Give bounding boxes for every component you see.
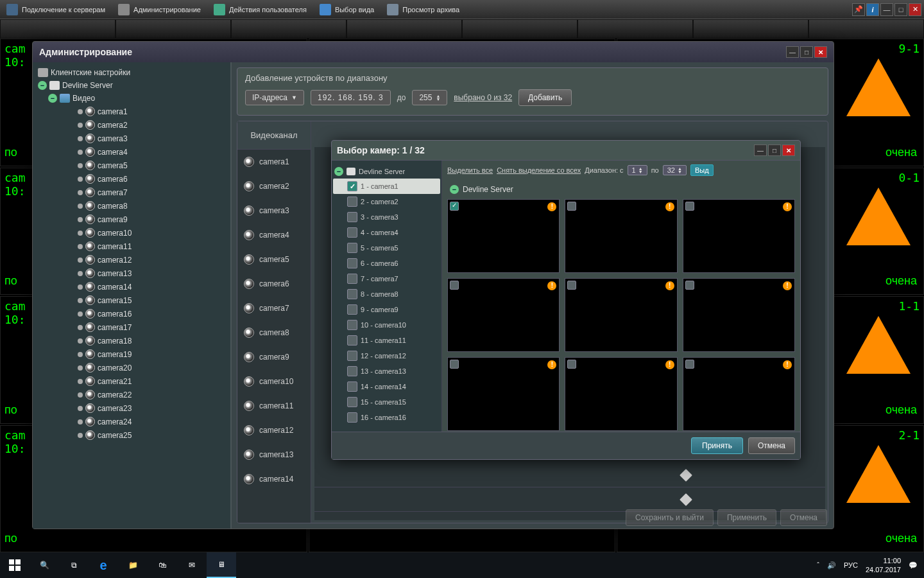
toolbar-connect[interactable]: Подключение к серверам [0,1,112,18]
mail-button[interactable]: ✉ [177,552,207,578]
toolbar-admin[interactable]: Администрирование [112,1,207,18]
range-from-combo[interactable]: 1▲▼ [628,165,647,175]
channel-item[interactable]: camera12 [237,418,311,442]
tree-camera-item[interactable]: camera10 [35,226,228,240]
dialog-titlebar[interactable]: Выбор камер: 1 / 32 — □ ✕ [332,141,800,160]
checkbox[interactable] [347,366,357,376]
collapse-icon[interactable]: − [38,81,47,90]
dialog-camera-item[interactable]: 15 - camera15 [333,394,440,410]
range-to-combo[interactable]: 32▲▼ [663,165,687,175]
thumbnail-checkbox[interactable] [450,281,459,290]
checkbox[interactable] [347,320,357,330]
highlight-button[interactable]: Выд [690,164,714,176]
channel-item[interactable]: camera2 [237,174,311,198]
dialog-maximize[interactable]: □ [768,144,781,156]
dialog-camera-item[interactable]: 11 - camera11 [333,333,440,348]
dialog-camera-item[interactable]: 16 - camera16 [333,410,440,425]
maximize-button[interactable]: □ [894,3,907,16]
dialog-camera-item[interactable]: 1 - camera1 [333,179,440,194]
dialog-close[interactable]: ✕ [782,144,795,156]
tree-camera-item[interactable]: camera21 [35,374,228,388]
checkbox[interactable] [347,289,357,299]
range-add-button[interactable]: Добавить [518,89,572,106]
channel-item[interactable]: camera6 [237,272,311,296]
channel-item[interactable]: camera9 [237,345,311,369]
admin-titlebar[interactable]: Администрирование — □ ✕ [33,42,834,62]
tree-camera-item[interactable]: camera15 [35,293,228,307]
thumbnail-checkbox[interactable] [567,360,576,369]
minimize-button[interactable]: — [880,3,893,16]
camera-thumbnail[interactable]: ! [683,357,795,431]
close-button[interactable]: ✕ [909,3,921,16]
camera-thumbnail[interactable]: ! [683,278,795,352]
tree-camera-item[interactable]: camera11 [35,240,228,253]
save-exit-button[interactable]: Сохранить и выйти [626,509,714,526]
thumbnail-checkbox[interactable] [567,202,576,211]
tree-camera-item[interactable]: camera7 [35,186,228,199]
dialog-camera-item[interactable]: 8 - camera8 [333,286,440,302]
dialog-camera-item[interactable]: 13 - camera13 [333,363,440,379]
toolbar-view[interactable]: Выбор вида [313,1,381,18]
channel-item[interactable]: camera13 [237,442,311,467]
tree-camera-item[interactable]: camera8 [35,199,228,213]
edge-button[interactable]: e [89,552,118,578]
tray-clock[interactable]: 11:00 24.07.2017 [866,556,901,574]
checkbox[interactable] [347,181,357,191]
tree-camera-item[interactable]: camera12 [35,253,228,267]
apply-button[interactable]: Применить [717,509,776,526]
tree-camera-item[interactable]: camera5 [35,159,228,172]
tree-server[interactable]: −Devline Server [35,79,228,92]
cancel-button[interactable]: Отмена [780,509,827,526]
dialog-camera-item[interactable]: 10 - camera10 [333,317,440,333]
dialog-camera-item[interactable]: 6 - camera6 [333,256,440,271]
dialog-group-header[interactable]: − Devline Server [447,182,795,197]
channel-item[interactable]: camera10 [237,369,311,394]
checkbox[interactable] [347,412,357,423]
tree-camera-item[interactable]: camera17 [35,320,228,334]
camera-thumbnail[interactable]: ! [565,199,677,273]
channel-item[interactable]: camera3 [237,198,311,223]
tree-camera-item[interactable]: camera19 [35,347,228,361]
dialog-camera-item[interactable]: 7 - camera7 [333,271,440,286]
tree-camera-item[interactable]: camera16 [35,307,228,320]
range-selected-link[interactable]: выбрано 0 из 32 [454,93,512,102]
dialog-camera-item[interactable]: 3 - camera3 [333,209,440,225]
collapse-icon[interactable]: − [450,185,459,194]
admin-minimize[interactable]: — [786,46,799,58]
pin-button[interactable]: 📌 [852,3,865,16]
camera-thumbnail[interactable]: ! [447,357,560,431]
tree-camera-item[interactable]: camera24 [35,415,228,428]
thumbnail-checkbox[interactable] [567,281,576,290]
tree-camera-item[interactable]: camera13 [35,267,228,280]
channel-item[interactable]: camera5 [237,247,311,272]
channels-list[interactable]: Видеоканал camera1camera2camera3camera4c… [237,121,311,523]
checkbox[interactable] [347,197,357,207]
admin-tree[interactable]: Клиентские настройки −Devline Server −Ви… [33,62,232,529]
dialog-tree[interactable]: − Devline Server 1 - camera12 - camera23… [332,161,442,432]
thumbnail-checkbox[interactable] [685,202,694,211]
app-taskbar-button[interactable]: 🖥 [207,552,236,578]
collapse-icon[interactable]: − [48,94,57,103]
tree-client-settings[interactable]: Клиентские настройки [35,66,228,79]
taskview-button[interactable]: ⧉ [59,552,89,578]
channel-item[interactable]: camera8 [237,320,311,345]
channel-item[interactable]: camera14 [237,467,311,491]
tree-video[interactable]: −Видео [35,92,228,105]
tree-camera-item[interactable]: camera14 [35,280,228,293]
search-button[interactable]: 🔍 [30,552,59,578]
tree-camera-item[interactable]: camera3 [35,132,228,145]
explorer-button[interactable]: 📁 [118,552,148,578]
camera-thumbnail[interactable]: ! [565,278,677,352]
tree-camera-item[interactable]: camera1 [35,105,228,118]
dialog-cancel-button[interactable]: Отмена [748,437,795,454]
dialog-camera-item[interactable]: 9 - camera9 [333,302,440,317]
checkbox[interactable] [347,304,357,315]
range-to-field[interactable]: 255▲▼ [412,90,447,105]
tree-camera-item[interactable]: camera4 [35,145,228,159]
thumbnail-checkbox[interactable] [450,360,459,369]
camera-thumbnail[interactable]: ! [683,199,795,273]
range-mode-combo[interactable]: IP-адреса▼ [245,90,304,105]
tray-notifications-icon[interactable]: 💬 [909,561,918,570]
dialog-camera-item[interactable]: 2 - camera2 [333,194,440,209]
windows-taskbar[interactable]: 🔍 ⧉ e 📁 🛍 ✉ 🖥 ˆ 🔊 РУС 11:00 24.07.2017 💬 [0,552,924,578]
